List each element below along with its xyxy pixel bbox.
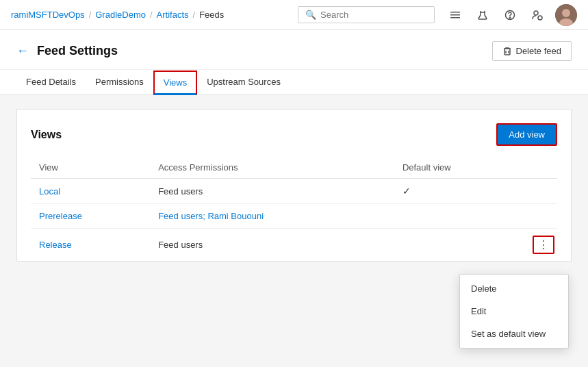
context-menu: Delete Edit Set as default view bbox=[459, 274, 569, 349]
svg-rect-15 bbox=[504, 49, 510, 55]
svg-point-13 bbox=[562, 9, 570, 17]
search-box[interactable]: 🔍 bbox=[298, 6, 435, 23]
breadcrumb-item-org[interactable]: ramiMSFTDevOps bbox=[11, 10, 85, 20]
tabs-row: Feed Details Permissions Views Upstream … bbox=[0, 70, 588, 95]
row-local-access: Feed users bbox=[150, 179, 394, 204]
svg-rect-1 bbox=[450, 14, 460, 16]
add-view-button[interactable]: Add view bbox=[496, 123, 557, 146]
page-header: ← Feed Settings Delete feed bbox=[0, 30, 588, 70]
svg-point-5 bbox=[509, 17, 511, 18]
tab-feed-details[interactable]: Feed Details bbox=[16, 70, 86, 95]
more-options-button[interactable]: ⋮ bbox=[533, 236, 554, 254]
col-actions bbox=[524, 157, 557, 179]
table-row: Local Feed users ✓ bbox=[31, 179, 557, 204]
breadcrumb-sep-1: / bbox=[89, 10, 92, 20]
top-navigation: ramiMSFTDevOps / GradleDemo / Artifacts … bbox=[0, 0, 588, 30]
delete-feed-button[interactable]: Delete feed bbox=[492, 41, 572, 61]
context-menu-set-default[interactable]: Set as default view bbox=[460, 322, 568, 345]
views-section-title: Views bbox=[31, 129, 62, 141]
svg-rect-2 bbox=[450, 17, 460, 18]
nav-icons bbox=[446, 4, 577, 26]
row-prerelease-default bbox=[394, 204, 524, 229]
breadcrumb-sep-2: / bbox=[150, 10, 153, 20]
main-content: Views Add view View Access Permissions D… bbox=[0, 95, 588, 275]
beaker-icon[interactable] bbox=[473, 5, 492, 25]
breadcrumb-item-artifacts[interactable]: Artifacts bbox=[157, 10, 189, 20]
row-local-view: Local bbox=[31, 179, 150, 204]
page-title-row: ← Feed Settings bbox=[16, 44, 118, 58]
back-arrow-icon[interactable]: ← bbox=[16, 44, 29, 58]
person-settings-icon[interactable] bbox=[528, 5, 547, 25]
table-wrapper: View Access Permissions Default view Loc… bbox=[31, 157, 557, 261]
search-input[interactable] bbox=[320, 10, 427, 20]
breadcrumb-sep-3: / bbox=[193, 10, 196, 20]
default-checkmark: ✓ bbox=[402, 186, 411, 197]
col-default: Default view bbox=[394, 157, 524, 179]
col-view: View bbox=[31, 157, 150, 179]
search-icon: 🔍 bbox=[305, 10, 316, 20]
context-menu-delete[interactable]: Delete bbox=[460, 277, 568, 300]
row-release-view: Release bbox=[31, 229, 150, 262]
views-card: Views Add view View Access Permissions D… bbox=[16, 109, 572, 262]
col-access: Access Permissions bbox=[150, 157, 394, 179]
trash-icon bbox=[502, 47, 512, 56]
avatar[interactable] bbox=[555, 4, 577, 26]
table-row: Release Feed users ⋮ bbox=[31, 229, 557, 262]
views-table: View Access Permissions Default view Loc… bbox=[31, 157, 557, 261]
tab-upstream-sources[interactable]: Upstream Sources bbox=[197, 70, 290, 95]
row-prerelease-actions bbox=[524, 204, 557, 229]
row-local-actions bbox=[524, 179, 557, 204]
delete-feed-label: Delete feed bbox=[516, 46, 562, 56]
row-release-actions: ⋮ bbox=[524, 229, 557, 262]
context-menu-edit[interactable]: Edit bbox=[460, 300, 568, 322]
svg-point-6 bbox=[534, 11, 538, 15]
row-prerelease-access: Feed users; Rami Bououni bbox=[150, 204, 394, 229]
row-release-default bbox=[394, 229, 524, 262]
tab-permissions[interactable]: Permissions bbox=[86, 70, 153, 95]
breadcrumb-item-project[interactable]: GradleDemo bbox=[95, 10, 146, 20]
svg-rect-0 bbox=[450, 12, 460, 13]
tab-views[interactable]: Views bbox=[153, 71, 197, 95]
row-local-default: ✓ bbox=[394, 179, 524, 204]
row-release-access: Feed users bbox=[150, 229, 394, 262]
card-header: Views Add view bbox=[31, 123, 557, 146]
table-row: Prerelease Feed users; Rami Bououni bbox=[31, 204, 557, 229]
help-icon[interactable] bbox=[500, 5, 520, 25]
list-icon[interactable] bbox=[446, 5, 465, 25]
breadcrumb: ramiMSFTDevOps / GradleDemo / Artifacts … bbox=[11, 10, 292, 20]
row-prerelease-view: Prerelease bbox=[31, 204, 150, 229]
page-title: Feed Settings bbox=[37, 44, 118, 58]
breadcrumb-item-feeds: Feeds bbox=[199, 10, 224, 20]
